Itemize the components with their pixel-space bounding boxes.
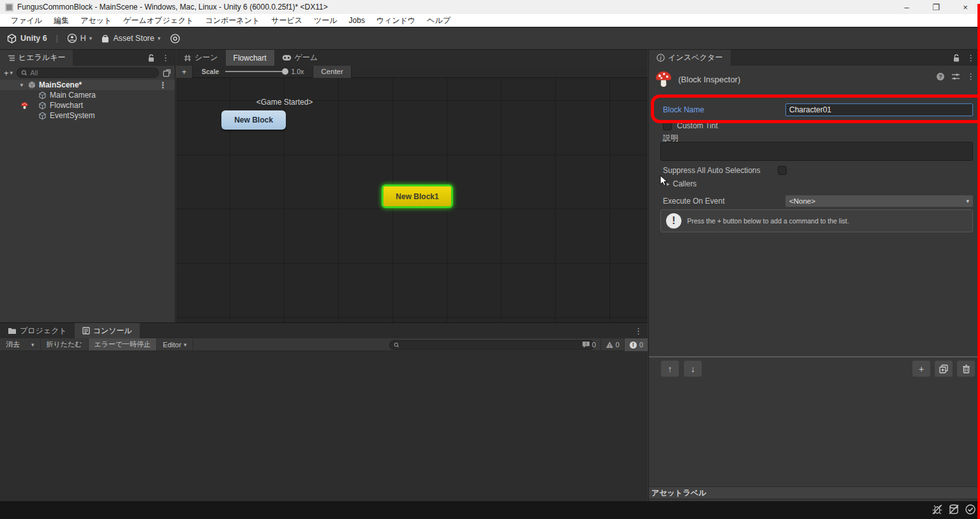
gameobject-label: Main Camera [50,91,96,100]
asset-store-dropdown[interactable]: Asset Store ▾ [101,34,160,43]
unity-hub-icon[interactable] [170,33,181,44]
scale-slider-knob[interactable] [282,68,288,75]
execute-on-event-dropdown[interactable]: <None> ▾ [785,195,973,207]
hierarchy-row-eventsystem[interactable]: EventSystem [0,110,175,121]
scene-picker-icon[interactable] [163,69,171,77]
console-info-toggle[interactable]: ! 0 [577,338,600,351]
close-button[interactable]: × [951,0,980,14]
gameobject-label: Flowchart [50,101,83,110]
block-name-label: Block Name [663,105,704,114]
console-error-toggle[interactable]: ! 0 [624,338,648,351]
lock-icon[interactable] [953,54,960,63]
flowchart-block-new-block[interactable]: New Block [221,110,286,130]
move-up-button[interactable]: ↑ [661,361,679,377]
suppress-checkbox[interactable] [778,166,787,175]
account-dropdown[interactable]: H ▾ [67,33,93,43]
callers-foldout[interactable]: ▸ Callers [667,179,697,188]
search-icon [394,342,399,348]
tab-project[interactable]: プロジェクト [0,323,75,338]
cache-server-disabled-icon[interactable] [948,504,960,515]
custom-tint-checkbox[interactable] [663,121,672,130]
console-search[interactable] [389,340,595,350]
console-log-area[interactable] [0,351,648,502]
hierarchy-row-main-camera[interactable]: Main Camera [0,90,175,100]
hierarchy-list-icon [8,54,15,62]
help-icon[interactable]: ? [936,72,945,81]
svg-text:!: ! [632,342,634,348]
add-block-button[interactable]: + [176,66,193,78]
tab-hierarchy[interactable]: ヒエラルキー [0,50,73,66]
tab-console[interactable]: コンソール [75,323,140,338]
menu-file[interactable]: ファイル [5,15,48,26]
center-button[interactable]: Center [313,66,352,78]
duplicate-command-button[interactable] [935,361,953,377]
inspector-menu-icon[interactable]: ⋮ [967,53,975,63]
block-name-input[interactable] [785,103,973,116]
scale-slider[interactable] [225,71,286,72]
asset-store-label: Asset Store [113,34,154,43]
console-menu-icon[interactable]: ⋮ [634,326,642,336]
console-search-input[interactable] [402,342,590,349]
tab-console-label: コンソール [93,326,132,336]
console-editor-dropdown[interactable]: Editor ▾ [157,338,193,350]
hierarchy-menu-icon[interactable]: ⋮ [161,53,170,63]
flowchart-block-new-block1-selected[interactable]: New Block1 [382,184,453,208]
info-circle-icon: i [657,54,665,62]
delete-command-button[interactable] [957,361,975,377]
hierarchy-add-button[interactable]: + ▾ [4,68,13,78]
menu-gameobject[interactable]: ゲームオブジェクト [117,15,199,26]
asset-labels-bar[interactable]: アセットラベル [649,486,980,499]
execute-on-event-label: Execute On Event [663,197,725,206]
debugger-disabled-icon[interactable] [932,504,943,515]
component-menu-icon[interactable]: ⋮ [967,71,975,81]
description-textarea[interactable] [660,142,973,161]
gameobject-cube-icon [38,112,47,120]
asset-store-icon [101,34,110,43]
console-clear-dropdown[interactable]: ▾ [26,338,41,350]
command-help-box: ! Press the + button below to add a comm… [660,209,973,232]
hierarchy-search[interactable] [17,68,159,78]
presets-icon[interactable] [951,73,960,80]
add-command-button[interactable]: + [912,361,930,377]
search-icon [21,70,27,76]
menu-services[interactable]: サービス [265,15,308,26]
menu-edit[interactable]: 編集 [48,15,75,26]
console-error-pause-button[interactable]: エラーで一時停止 [89,338,158,350]
move-down-button[interactable]: ↓ [684,361,702,377]
trash-icon [962,365,970,373]
tab-game[interactable]: ゲーム [274,50,326,66]
svg-text:i: i [660,55,662,61]
menu-assets[interactable]: アセット [75,15,117,26]
menu-tools[interactable]: ツール [308,15,343,26]
hierarchy-row-flowchart[interactable]: Flowchart [0,100,175,110]
minimize-button[interactable]: – [892,0,921,14]
console-clear-button[interactable]: 消去 [0,338,26,350]
flowchart-canvas[interactable]: <Game Started> New Block New Block1 [176,78,648,322]
scene-menu-icon[interactable]: ⋮ [159,80,167,90]
tab-flowchart-label: Flowchart [234,54,267,63]
tab-scene[interactable]: シーン [176,50,226,66]
duplicate-icon [939,365,948,373]
tab-inspector[interactable]: i インスペクター [649,50,731,66]
console-collapse-button[interactable]: 折りたたむ [41,338,89,350]
foldout-expanded-icon[interactable]: ▼ [19,82,24,88]
tab-flowchart[interactable]: Flowchart [226,50,274,66]
status-check-icon[interactable] [965,504,976,515]
window-title: FungusCommonBlock - MainScene - Windows,… [17,3,328,11]
account-icon [67,33,77,43]
maximize-button[interactable]: ❐ [921,0,951,14]
error-circle-icon: ! [629,341,637,349]
error-count: 0 [639,341,643,349]
lock-icon[interactable] [147,54,155,63]
hierarchy-row-scene[interactable]: ▼ MainScene* ⋮ [0,80,175,90]
menu-component[interactable]: コンポーネント [200,15,266,26]
console-warning-toggle[interactable]: ! 0 [600,338,624,351]
menu-window[interactable]: ウィンドウ [371,15,421,26]
menu-help[interactable]: ヘルプ [421,15,456,26]
tab-game-label: ゲーム [295,52,318,63]
suppress-label: Suppress All Auto Selections [663,166,761,175]
hierarchy-search-input[interactable] [30,69,154,77]
unity-version-button[interactable]: Unity 6 [6,33,47,44]
scene-name: MainScene* [39,80,82,89]
menu-jobs[interactable]: Jobs [343,16,371,25]
